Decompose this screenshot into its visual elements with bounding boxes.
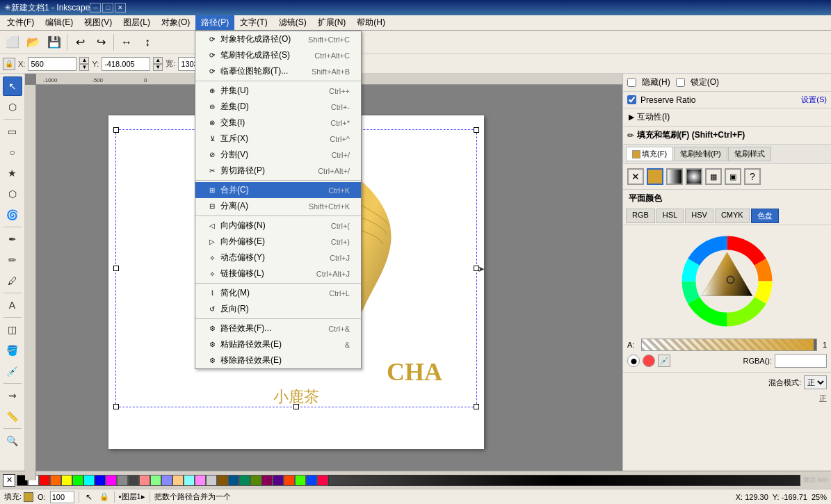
alpha-handle[interactable] [814, 339, 816, 350]
menu-item-cut-path[interactable]: ✂ 剪切路径(P) Ctrl+Alt+/ [195, 163, 361, 179]
radial-grad-button[interactable] [686, 168, 702, 185]
menu-path[interactable]: 路径(P) [195, 15, 234, 30]
palette-azure[interactable] [306, 475, 317, 486]
menu-item-trace-bitmap[interactable]: ⟳ 临摹位图轮廓(T)... Shift+Alt+B [195, 63, 361, 79]
flip-v-button[interactable]: ↕ [138, 33, 157, 52]
tab-color-wheel[interactable]: 色盘 [751, 209, 779, 223]
redo-button[interactable]: ↪ [91, 33, 111, 52]
palette-orange[interactable] [50, 475, 61, 486]
x-down-button[interactable]: ▼ [79, 64, 89, 71]
hide-checkbox[interactable] [627, 78, 636, 87]
handle-ml[interactable] [113, 266, 119, 271]
gradient-tool[interactable]: ◫ [3, 320, 22, 339]
undo-button[interactable]: ↩ [70, 33, 90, 52]
linear-grad-button[interactable] [666, 168, 683, 185]
circle-tool[interactable]: ○ [3, 143, 22, 162]
tab-hsv[interactable]: HSV [685, 209, 713, 223]
menu-item-division[interactable]: ⊘ 分割(V) Ctrl+/ [195, 147, 361, 163]
palette-magenta[interactable] [106, 475, 117, 486]
palette-darkblue[interactable] [228, 475, 239, 486]
no-paint-button[interactable]: ✕ [627, 168, 644, 185]
text-tool[interactable]: A [3, 295, 22, 315]
blend-mode-select[interactable]: 正 [804, 375, 827, 389]
stroke-paint-tab[interactable]: 笔刷绘制(P) [674, 147, 727, 161]
palette-red[interactable] [39, 475, 50, 486]
new-button[interactable]: ⬜ [3, 33, 22, 52]
tab-rgb[interactable]: RGB [626, 209, 655, 223]
paint-bucket-tool[interactable]: 🪣 [3, 341, 22, 360]
open-button[interactable]: 📂 [24, 33, 43, 52]
menu-layer[interactable]: 图层(L) [118, 15, 156, 30]
menu-item-intersection[interactable]: ⊗ 交集(I) Ctrl+* [195, 115, 361, 131]
menu-item-break-apart[interactable]: ⊟ 分离(A) Shift+Ctrl+K [195, 198, 361, 214]
pattern-button[interactable]: ▦ [705, 168, 722, 185]
maximize-button[interactable]: □ [102, 3, 113, 13]
set-to-black-button[interactable]: ⬤ [627, 355, 640, 367]
palette-gray[interactable] [117, 475, 128, 486]
palette-verylightgray[interactable] [206, 475, 217, 486]
menu-text[interactable]: 文字(T) [234, 15, 273, 30]
y-up-button[interactable]: ▲ [153, 57, 163, 64]
palette-cyan[interactable] [83, 475, 95, 486]
eyedropper-tool[interactable]: 💉 [3, 361, 22, 381]
save-button[interactable]: 💾 [45, 33, 64, 52]
palette-lightgreen[interactable] [150, 475, 161, 486]
alpha-bar[interactable] [641, 339, 817, 351]
menu-item-simplify[interactable]: ⌇ 简化(M) Ctrl+L [195, 285, 361, 301]
delete-color-button[interactable] [643, 355, 655, 367]
tab-hsl[interactable]: HSL [656, 209, 684, 223]
handle-mr-arrow[interactable]: ➤ [478, 264, 485, 274]
menu-item-exclusion[interactable]: ⊻ 互斥(X) Ctrl+^ [195, 131, 361, 147]
menu-item-outset[interactable]: ▷ 向外偏移(E) Ctrl+) [195, 234, 361, 250]
menu-object[interactable]: 对象(O) [156, 15, 195, 30]
measure-tool[interactable]: 📏 [3, 407, 22, 426]
palette-green[interactable] [72, 475, 83, 486]
stroke-style-tab[interactable]: 笔刷样式 [728, 147, 771, 161]
menu-item-dynamic-offset[interactable]: ⟡ 动态偏移(Y) Ctrl+J [195, 250, 361, 266]
menu-file[interactable]: 文件(F) [1, 15, 40, 30]
node-tool[interactable]: ⬡ [3, 97, 22, 117]
palette-vermilion[interactable] [284, 475, 295, 486]
lock-status-icon[interactable]: 🔒 [99, 491, 110, 503]
calligraphy-tool[interactable]: 🖊 [3, 271, 22, 291]
palette-lightblue[interactable] [161, 475, 172, 486]
rect-tool[interactable]: ▭ [3, 122, 22, 141]
menu-edit[interactable]: 编辑(E) [40, 15, 79, 30]
palette-olive[interactable] [250, 475, 261, 486]
close-button[interactable]: ✕ [115, 3, 126, 13]
menu-item-obj-to-path[interactable]: ⟳ 对象转化成路径(O) Shift+Ctrl+C [195, 31, 361, 47]
hue-ring[interactable] [682, 236, 773, 327]
select-tool[interactable]: ↖ [3, 76, 22, 96]
lock-checkbox[interactable] [676, 78, 685, 87]
menu-item-combine[interactable]: ⊞ 合并(C) Ctrl+K [195, 182, 361, 198]
palette-purple[interactable] [261, 475, 273, 486]
lock-proportions-button[interactable]: 🔒 [3, 58, 15, 70]
layer-indicator[interactable]: ▪图层1▸ [119, 491, 145, 502]
menu-extensions[interactable]: 扩展(N) [312, 15, 352, 30]
rgba-input[interactable] [775, 354, 827, 368]
y-down-button[interactable]: ▼ [153, 64, 163, 71]
pencil-tool[interactable]: ✏ [3, 250, 22, 270]
pen-tool[interactable]: ✒ [3, 229, 22, 249]
palette-lightmagenta[interactable] [195, 475, 206, 486]
flip-h-button[interactable]: ↔ [117, 33, 136, 52]
palette-darkgray[interactable] [128, 475, 139, 486]
3d-box-tool[interactable]: ⬡ [3, 184, 22, 204]
menu-item-path-effects[interactable]: ⚙ 路径效果(F)... Ctrl+& [195, 320, 361, 336]
fill-tab[interactable]: 填充(F) [626, 147, 673, 161]
palette-brown[interactable] [217, 475, 228, 486]
star-tool[interactable]: ★ [3, 163, 22, 183]
menu-item-stroke-to-path[interactable]: ⟳ 笔刷转化成路径(S) Ctrl+Alt+C [195, 47, 361, 63]
unknown-paint-button[interactable]: ? [744, 168, 761, 185]
menu-item-remove-path-effects[interactable]: ⚙ 移除路径效果(E) [195, 352, 361, 368]
y-input[interactable] [102, 57, 150, 71]
palette-chartreuse[interactable] [295, 475, 306, 486]
preserve-ratio-checkbox[interactable] [627, 95, 636, 104]
x-input[interactable] [28, 57, 76, 71]
menu-item-union[interactable]: ⊕ 并集(U) Ctrl++ [195, 83, 361, 99]
handle-tl[interactable] [113, 127, 119, 133]
opacity-input[interactable] [50, 491, 74, 503]
palette-lightcyan[interactable] [184, 475, 195, 486]
palette-lightorange[interactable] [172, 475, 184, 486]
palette-dark-gradient[interactable] [328, 475, 800, 486]
